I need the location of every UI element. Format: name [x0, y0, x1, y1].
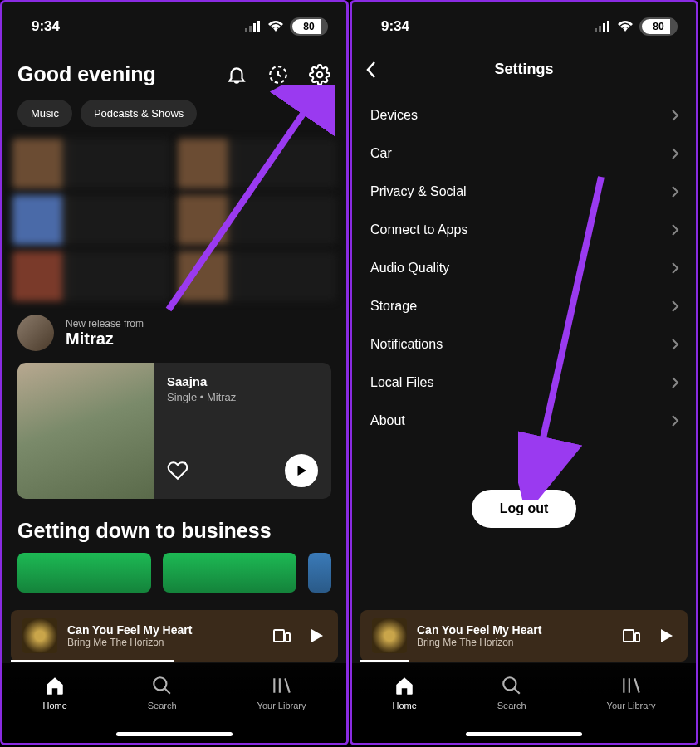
settings-row-privacy[interactable]: Privacy & Social: [352, 173, 696, 211]
carousel-card[interactable]: [17, 553, 151, 593]
status-bar: 9:34 80: [352, 2, 696, 42]
notifications-icon[interactable]: [225, 63, 248, 86]
settings-row-label: About: [370, 413, 405, 428]
now-playing-title: Can You Feel My Heart: [417, 623, 611, 637]
settings-row-car[interactable]: Car: [352, 134, 696, 173]
settings-header: Settings: [352, 42, 696, 96]
settings-row-about[interactable]: About: [352, 402, 696, 440]
settings-row-audio[interactable]: Audio Quality: [352, 249, 696, 287]
now-playing-artist: Bring Me The Horizon: [417, 637, 611, 648]
status-right: 80: [595, 17, 678, 36]
settings-row-label: Audio Quality: [370, 261, 449, 276]
chevron-right-icon: [671, 338, 679, 351]
settings-row-storage[interactable]: Storage: [352, 287, 696, 325]
settings-row-notifications[interactable]: Notifications: [352, 325, 696, 364]
progress-bar[interactable]: [11, 660, 174, 662]
carousel-card[interactable]: [308, 553, 331, 593]
artist-avatar: [17, 315, 54, 351]
settings-screen: 9:34 80 Settings Devices Car: [350, 0, 698, 745]
chevron-right-icon: [671, 300, 679, 313]
home-indicator: [466, 732, 582, 736]
nav-search[interactable]: Search: [148, 675, 177, 710]
svg-rect-0: [245, 28, 247, 32]
svg-rect-1: [249, 26, 252, 32]
settings-row-label: Privacy & Social: [370, 184, 467, 199]
svg-rect-10: [595, 28, 597, 32]
home-icon: [44, 675, 66, 696]
chevron-right-icon: [671, 223, 679, 237]
svg-point-5: [317, 71, 323, 77]
chevron-right-icon: [671, 147, 679, 160]
home-indicator: [116, 732, 233, 736]
settings-icon[interactable]: [308, 63, 331, 86]
signal-icon: [595, 21, 611, 32]
nav-home[interactable]: Home: [42, 675, 66, 710]
nav-library[interactable]: Your Library: [607, 675, 656, 710]
recent-tile[interactable]: [178, 195, 336, 245]
svg-rect-2: [253, 23, 256, 32]
devices-icon[interactable]: [272, 626, 291, 646]
bottom-nav: Home Search Your Library: [2, 663, 346, 743]
progress-bar[interactable]: [360, 660, 409, 662]
nav-home[interactable]: Home: [392, 675, 416, 710]
back-icon[interactable]: [365, 61, 377, 79]
chevron-right-icon: [671, 414, 679, 427]
recently-played-icon[interactable]: [267, 63, 290, 86]
recent-tile[interactable]: [12, 251, 171, 301]
devices-icon[interactable]: [621, 626, 641, 646]
search-icon: [151, 675, 173, 696]
settings-row-connect[interactable]: Connect to Apps: [352, 211, 696, 249]
settings-row-devices[interactable]: Devices: [352, 96, 696, 134]
nav-label: Home: [392, 701, 416, 710]
heart-icon[interactable]: [167, 460, 188, 481]
home-header: Good evening: [2, 42, 346, 96]
logout-button[interactable]: Log out: [472, 490, 577, 528]
nav-label: Your Library: [607, 701, 656, 710]
release-header[interactable]: New release from Mitraz: [17, 315, 331, 351]
nav-label: Home: [42, 701, 66, 710]
battery-level: 80: [639, 21, 678, 32]
status-bar: 9:34 80: [2, 2, 346, 42]
library-icon: [620, 675, 642, 696]
settings-row-localfiles[interactable]: Local Files: [352, 364, 696, 402]
chevron-right-icon: [671, 185, 679, 198]
new-release-card: New release from Mitraz Saajna Single • …: [2, 315, 346, 499]
svg-rect-11: [599, 26, 601, 32]
chevron-right-icon: [671, 376, 679, 389]
play-icon[interactable]: [656, 626, 676, 646]
nav-library[interactable]: Your Library: [257, 675, 306, 710]
chip-podcasts[interactable]: Podcasts & Shows: [81, 100, 197, 127]
chevron-right-icon: [671, 261, 679, 275]
battery-icon: 80: [639, 17, 678, 36]
filter-chips: Music Podcasts & Shows: [2, 96, 346, 139]
play-button[interactable]: [285, 454, 318, 487]
status-time: 9:34: [381, 18, 409, 35]
home-screen: 9:34 80 Good evening: [0, 0, 349, 745]
library-icon: [271, 675, 292, 696]
track-art: [17, 363, 154, 499]
now-playing-art: [372, 618, 407, 653]
svg-rect-7: [286, 633, 290, 642]
settings-row-label: Devices: [370, 108, 418, 123]
recent-tile[interactable]: [178, 251, 336, 301]
recent-tile[interactable]: [12, 195, 171, 245]
chevron-right-icon: [671, 109, 679, 122]
now-playing-bar[interactable]: Can You Feel My Heart Bring Me The Horiz…: [360, 610, 688, 662]
status-right: 80: [245, 17, 328, 36]
greeting-text: Good evening: [17, 62, 156, 86]
recent-tile[interactable]: [178, 139, 336, 188]
nav-search[interactable]: Search: [497, 675, 526, 710]
play-icon[interactable]: [306, 626, 326, 646]
chip-music[interactable]: Music: [17, 100, 72, 127]
recent-tile[interactable]: [12, 139, 171, 188]
carousel-card[interactable]: [163, 553, 296, 593]
wifi-icon: [617, 21, 634, 32]
carousel[interactable]: [2, 553, 346, 593]
settings-row-label: Car: [370, 146, 392, 161]
battery-level: 80: [290, 21, 328, 32]
svg-rect-3: [257, 21, 260, 32]
track-card[interactable]: Saajna Single • Mitraz: [17, 363, 331, 499]
now-playing-bar[interactable]: Can You Feel My Heart Bring Me The Horiz…: [11, 610, 338, 662]
now-playing-artist: Bring Me The Horizon: [67, 637, 262, 648]
svg-rect-13: [607, 21, 609, 32]
